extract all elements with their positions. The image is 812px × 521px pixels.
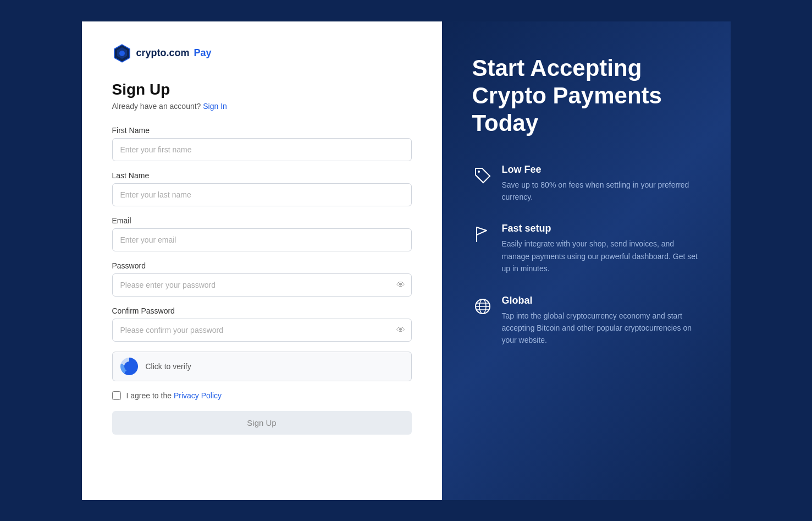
last-name-group: Last Name — [112, 171, 412, 206]
password-toggle-icon[interactable]: 👁 — [396, 280, 405, 290]
feature-fast-setup-desc: Easily integrate with your shop, send in… — [502, 238, 700, 275]
right-heading: Start Accepting Crypto Payments Today — [472, 54, 700, 138]
logo-text-main: crypto.com — [136, 47, 190, 59]
privacy-checkbox[interactable] — [112, 391, 121, 400]
email-group: Email — [112, 216, 412, 251]
privacy-checkbox-row: I agree to the Privacy Policy — [112, 391, 412, 400]
feature-global: Global Tap into the global cryptocurrenc… — [472, 295, 700, 347]
signup-button[interactable]: Sign Up — [112, 411, 412, 435]
left-panel: crypto.com Pay Sign Up Already have an a… — [82, 21, 442, 500]
password-label: Password — [112, 261, 412, 270]
tag-icon — [472, 165, 493, 186]
email-label: Email — [112, 216, 412, 225]
last-name-label: Last Name — [112, 171, 412, 180]
confirm-password-toggle-icon[interactable]: 👁 — [396, 325, 405, 335]
feature-global-desc: Tap into the global cryptocurrency econo… — [502, 310, 700, 347]
confirm-password-group: Confirm Password 👁 — [112, 306, 412, 342]
feature-low-fee-desc: Save up to 80% on fees when settling in … — [502, 179, 700, 204]
confirm-password-input[interactable] — [112, 319, 412, 342]
already-account-text: Already have an account? Sign In — [112, 102, 412, 111]
feature-low-fee: Low Fee Save up to 80% on fees when sett… — [472, 164, 700, 204]
password-group: Password 👁 — [112, 261, 412, 297]
feature-fast-setup-content: Fast setup Easily integrate with your sh… — [502, 223, 700, 275]
feature-fast-setup-title: Fast setup — [502, 223, 700, 234]
verify-spinner-inner — [124, 361, 134, 371]
confirm-password-label: Confirm Password — [112, 306, 412, 315]
email-input[interactable] — [112, 228, 412, 251]
privacy-policy-link[interactable]: Privacy Policy — [174, 391, 222, 400]
first-name-input[interactable] — [112, 138, 412, 161]
feature-global-content: Global Tap into the global cryptocurrenc… — [502, 295, 700, 347]
flag-icon — [472, 224, 493, 245]
right-panel: Start Accepting Crypto Payments Today Lo… — [442, 21, 731, 500]
feature-low-fee-title: Low Fee — [502, 164, 700, 176]
feature-global-title: Global — [502, 295, 700, 306]
agree-text: I agree to the Privacy Policy — [126, 391, 222, 400]
svg-point-1 — [478, 171, 480, 173]
svg-point-0 — [119, 51, 125, 56]
password-input-wrapper: 👁 — [112, 273, 412, 297]
first-name-group: First Name — [112, 126, 412, 161]
globe-icon — [472, 296, 493, 317]
last-name-input[interactable] — [112, 183, 412, 206]
verify-label: Click to verify — [146, 362, 191, 371]
crypto-logo-icon — [112, 43, 132, 63]
verify-spinner — [120, 358, 138, 375]
logo-text-pay: Pay — [194, 47, 212, 59]
first-name-label: First Name — [112, 126, 412, 135]
password-input[interactable] — [112, 273, 412, 297]
feature-fast-setup: Fast setup Easily integrate with your sh… — [472, 223, 700, 275]
feature-low-fee-content: Low Fee Save up to 80% on fees when sett… — [502, 164, 700, 204]
logo-area: crypto.com Pay — [112, 43, 412, 63]
sign-in-link[interactable]: Sign In — [203, 102, 227, 111]
page-title: Sign Up — [112, 81, 412, 98]
page-container: crypto.com Pay Sign Up Already have an a… — [82, 21, 731, 500]
verify-widget[interactable]: Click to verify — [112, 352, 412, 381]
confirm-password-input-wrapper: 👁 — [112, 319, 412, 342]
